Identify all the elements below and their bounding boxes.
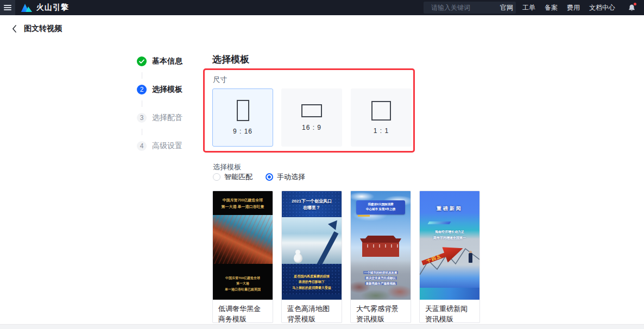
thumb-caption: 是否国内再度重袭的疫情 政府的号召影响下 马上掀起的是消费最大受益 bbox=[282, 274, 342, 291]
size-option-1-1[interactable]: 1 : 1 bbox=[351, 88, 412, 147]
section-title: 选择模板 bbox=[212, 53, 249, 66]
template-name: 蓝色高清地图背景模版 bbox=[282, 300, 342, 323]
step-nav: 基本信息 2 选择模板 3 选择配音 4 高级设置 bbox=[137, 56, 207, 151]
topnav-link-tickets[interactable]: 工单 bbox=[522, 3, 535, 12]
notification-dot bbox=[634, 3, 636, 5]
thumb-caption: 海南经济增长动力足 两年平均增速全国第一 bbox=[420, 229, 479, 241]
size-option-16-9[interactable]: 16 : 9 bbox=[281, 88, 342, 147]
notifications-button[interactable] bbox=[627, 3, 636, 12]
thumb-title: 重磅新闻 bbox=[420, 205, 479, 212]
aspect-portrait-icon bbox=[237, 100, 249, 121]
step-number: 4 bbox=[137, 141, 147, 151]
topnav-link-docs-center[interactable]: 文档中心 bbox=[589, 3, 615, 12]
radio-smart-match[interactable]: 智能匹配 bbox=[213, 172, 252, 182]
template-thumbnail: 重磅新闻 海南经济增长动力足 两年平均增速全国第一 十四五 bbox=[420, 191, 479, 300]
template-card-azure-news[interactable]: 重磅新闻 海南经济增长动力足 两年平均增速全国第一 十四五 bbox=[419, 191, 480, 323]
step-connector bbox=[142, 129, 142, 135]
chevron-left-icon bbox=[12, 25, 17, 33]
aspect-landscape-icon bbox=[301, 104, 322, 117]
topnav-link-official-site[interactable]: 官网 bbox=[500, 3, 513, 12]
step-item-advanced-settings[interactable]: 4 高级设置 bbox=[137, 141, 207, 151]
template-thumbnail: 2021下一个创业风口 在哪里？ 是否国内再度重袭的疫情 政府的号召影响下 马上… bbox=[282, 191, 342, 300]
arrow-head bbox=[328, 217, 341, 230]
thumb-harbor-photo bbox=[213, 215, 273, 264]
size-option-label: 1 : 1 bbox=[374, 127, 389, 135]
topnav-link-billing[interactable]: 费用 bbox=[567, 3, 580, 12]
radio-label: 智能匹配 bbox=[224, 172, 252, 182]
radio-manual-select[interactable]: 手动选择 bbox=[266, 172, 305, 182]
size-option-label: 16 : 9 bbox=[302, 124, 321, 131]
template-name: 低调奢华黑金商务模版 bbox=[213, 300, 273, 323]
step-number: 2 bbox=[137, 85, 147, 94]
arrow-shaft bbox=[316, 231, 339, 264]
thumb-caption: 一个城市的经济状况发展 将决定未来方向成都以 最新亮眼生产规模领跑 bbox=[354, 270, 407, 287]
template-name: 大气雾感背景资讯模版 bbox=[351, 300, 411, 323]
hamburger-icon bbox=[4, 3, 11, 11]
brand-logo[interactable]: 火山引擎 bbox=[21, 0, 69, 15]
volcano-icon bbox=[21, 3, 33, 12]
step-connector bbox=[142, 72, 142, 79]
check-circle-icon bbox=[137, 56, 147, 66]
step-label: 高级设置 bbox=[152, 141, 182, 151]
page-title: 图文转视频 bbox=[24, 24, 62, 34]
tiananmen-roof bbox=[360, 236, 401, 243]
step-label: 选择模板 bbox=[152, 85, 182, 94]
topbar: 火山引擎 官网 工单 备案 费用 文档中心 bbox=[0, 0, 644, 15]
topnav: 官网 工单 备案 费用 文档中心 bbox=[500, 0, 636, 15]
step-item-basic-info[interactable]: 基本信息 bbox=[137, 56, 207, 66]
thumb-sky-photo bbox=[282, 217, 342, 264]
size-label: 尺寸 bbox=[213, 75, 227, 85]
badge-underline bbox=[358, 215, 370, 217]
thumb-caption: 中国斥资700亿建造全球 第一大港 单一港口吞吐量已超英国 bbox=[213, 275, 273, 293]
subheader: 图文转视频 bbox=[0, 15, 644, 42]
figure-body bbox=[294, 254, 302, 263]
template-thumbnail: 中国斥资700亿建造全球 第一大港 单一港口吞吐量 中国斥资700亿建造全球 第… bbox=[213, 191, 273, 300]
thumb-bottom-band bbox=[282, 294, 342, 300]
template-mode-label: 选择模板 bbox=[213, 162, 241, 172]
thumb-badge: 拟建设9大国际消费 中心城市 东莞4市上榜 bbox=[356, 200, 405, 214]
radio-selected-icon bbox=[266, 173, 273, 181]
tiananmen-wall bbox=[362, 243, 399, 257]
businessman-figure bbox=[469, 253, 472, 263]
step-done-icon bbox=[137, 56, 147, 66]
template-card-list: 中国斥资700亿建造全球 第一大港 单一港口吞吐量 中国斥资700亿建造全球 第… bbox=[212, 191, 480, 323]
template-mode-radios: 智能匹配 手动选择 bbox=[213, 172, 305, 182]
topnav-link-icp-filing[interactable]: 备案 bbox=[545, 3, 558, 12]
template-name: 天蓝重磅新闻资讯模版 bbox=[420, 300, 479, 323]
thumb-headline: 中国斥资700亿建造全球 第一大港 单一港口吞吐量 bbox=[213, 197, 273, 210]
template-card-blue-map[interactable]: 2021下一个创业风口 在哪里？ 是否国内再度重袭的疫情 政府的号召影响下 马上… bbox=[281, 191, 342, 323]
step-connector bbox=[142, 100, 142, 107]
step-label: 选择配音 bbox=[152, 113, 182, 123]
step-number: 3 bbox=[137, 113, 147, 123]
thumb-chart-area: 十四五 bbox=[420, 243, 479, 286]
template-card-black-gold[interactable]: 中国斥资700亿建造全球 第一大港 单一港口吞吐量 中国斥资700亿建造全球 第… bbox=[212, 191, 273, 323]
page: 火山引擎 官网 工单 备案 费用 文档中心 bbox=[0, 0, 644, 329]
back-button[interactable] bbox=[12, 25, 17, 33]
step-item-choose-voiceover[interactable]: 3 选择配音 bbox=[137, 113, 207, 123]
radio-label: 手动选择 bbox=[277, 172, 305, 182]
step-label: 基本信息 bbox=[152, 56, 182, 66]
size-option-label: 9 : 16 bbox=[233, 128, 252, 135]
thumb-bottom-band bbox=[420, 288, 479, 300]
step-item-choose-template[interactable]: 2 选择模板 bbox=[137, 85, 207, 94]
radio-circle-icon bbox=[213, 173, 220, 181]
brand-name: 火山引擎 bbox=[36, 3, 69, 12]
thumb-headline: 2021下一个创业风口 在哪里？ bbox=[282, 198, 342, 211]
template-thumbnail: 拟建设9大国际消费 中心城市 东莞4市上榜 一个城市的经济状况发展 将决定未来方… bbox=[351, 191, 411, 300]
size-option-9-16[interactable]: 9 : 16 bbox=[212, 88, 273, 147]
aspect-square-icon bbox=[371, 101, 391, 121]
template-card-misty-sky[interactable]: 拟建设9大国际消费 中心城市 东莞4市上榜 一个城市的经济状况发展 将决定未来方… bbox=[350, 191, 411, 323]
footer-strip bbox=[0, 324, 644, 329]
thumb-divider bbox=[428, 222, 451, 224]
menu-toggle-button[interactable] bbox=[0, 0, 15, 15]
